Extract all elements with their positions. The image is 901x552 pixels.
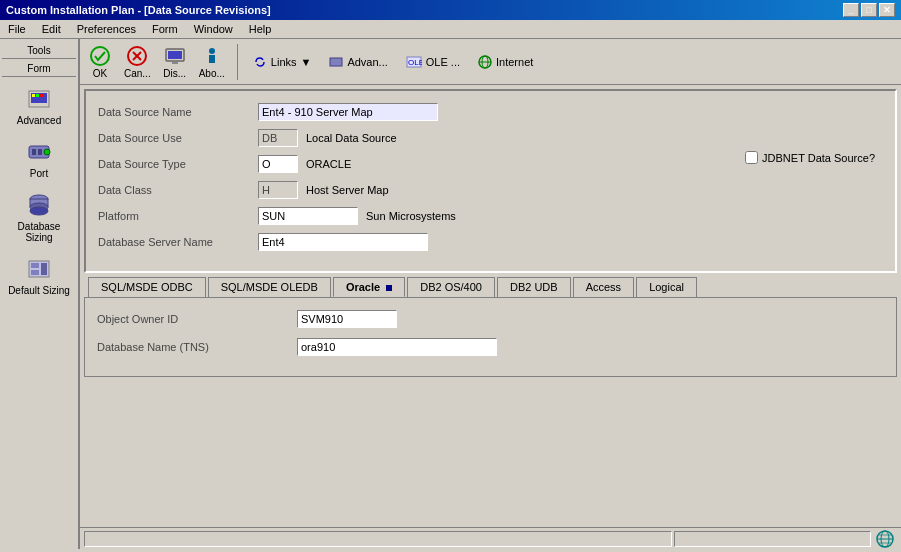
close-button[interactable]: ✕ bbox=[879, 3, 895, 17]
database-server-name-label: Database Server Name bbox=[98, 236, 258, 248]
sidebar-item-port[interactable]: Port bbox=[2, 132, 76, 185]
sidebar-form-label: Form bbox=[2, 61, 76, 77]
status-middle bbox=[674, 531, 871, 547]
svg-rect-17 bbox=[41, 263, 47, 275]
platform-text: Sun Microsystems bbox=[366, 210, 456, 222]
minimize-button[interactable]: _ bbox=[843, 3, 859, 17]
tab-sql-msde-odbc[interactable]: SQL/MSDE ODBC bbox=[88, 277, 206, 297]
links-button[interactable]: Links ▼ bbox=[246, 52, 319, 72]
database-name-tns-input[interactable] bbox=[297, 338, 497, 356]
sidebar-port-label: Port bbox=[30, 168, 48, 179]
data-source-type-row: Data Source Type ORACLE JDBNET Data Sour… bbox=[98, 155, 883, 173]
data-source-name-value-container bbox=[258, 103, 438, 121]
data-class-row: Data Class Host Server Map bbox=[98, 181, 883, 199]
about-button[interactable]: Abo... bbox=[195, 43, 229, 81]
sidebar-item-advanced[interactable]: Advanced bbox=[2, 79, 76, 132]
menu-window[interactable]: Window bbox=[190, 22, 237, 36]
data-class-text: Host Server Map bbox=[306, 184, 389, 196]
data-source-name-row: Data Source Name bbox=[98, 103, 883, 121]
menu-preferences[interactable]: Preferences bbox=[73, 22, 140, 36]
data-source-use-label: Data Source Use bbox=[98, 132, 258, 144]
tab-db2-os400[interactable]: DB2 OS/400 bbox=[407, 277, 495, 297]
svg-rect-27 bbox=[330, 58, 342, 66]
menu-edit[interactable]: Edit bbox=[38, 22, 65, 36]
svg-rect-24 bbox=[172, 62, 178, 64]
tab-sql-msde-oledb[interactable]: SQL/MSDE OLEDB bbox=[208, 277, 331, 297]
internet-button[interactable]: Internet bbox=[471, 52, 540, 72]
data-source-type-value-container: ORACLE bbox=[258, 155, 351, 173]
object-owner-id-input[interactable] bbox=[297, 310, 397, 328]
database-server-name-input[interactable] bbox=[258, 233, 428, 251]
status-globe bbox=[873, 529, 897, 549]
sidebar-tools-label: Tools bbox=[2, 43, 76, 59]
sidebar-item-database-sizing[interactable]: Database Sizing bbox=[2, 185, 76, 249]
content-area: OK Can... bbox=[80, 39, 901, 549]
data-class-value-container: Host Server Map bbox=[258, 181, 389, 199]
form-area: Data Source Name Data Source Use Local D… bbox=[80, 85, 901, 527]
database-name-tns-value-container bbox=[297, 338, 497, 356]
svg-rect-4 bbox=[40, 94, 43, 97]
data-source-type-label: Data Source Type bbox=[98, 158, 258, 170]
svg-rect-26 bbox=[209, 55, 215, 63]
data-source-use-row: Data Source Use Local Data Source bbox=[98, 129, 883, 147]
menu-help[interactable]: Help bbox=[245, 22, 276, 36]
cancel-icon bbox=[126, 45, 148, 67]
main-panel: Data Source Name Data Source Use Local D… bbox=[84, 89, 897, 273]
advanced-toolbar-button[interactable]: Advan... bbox=[322, 52, 394, 72]
ok-icon bbox=[89, 45, 111, 67]
svg-text:OLE: OLE bbox=[408, 58, 422, 67]
sidebar-item-default-sizing[interactable]: Default Sizing bbox=[2, 249, 76, 302]
tab-db2-udb[interactable]: DB2 UDB bbox=[497, 277, 571, 297]
data-source-name-label: Data Source Name bbox=[98, 106, 258, 118]
links-dropdown-arrow[interactable]: ▼ bbox=[301, 56, 312, 68]
platform-value-container: Sun Microsystems bbox=[258, 207, 456, 225]
sidebar-default-sizing-label: Default Sizing bbox=[8, 285, 70, 296]
sidebar-database-sizing-label: Database Sizing bbox=[4, 221, 74, 243]
tab-access[interactable]: Access bbox=[573, 277, 634, 297]
data-source-use-code-input[interactable] bbox=[258, 129, 298, 147]
svg-rect-3 bbox=[36, 94, 39, 97]
tab-oracle-indicator bbox=[386, 285, 392, 291]
about-icon bbox=[201, 45, 223, 67]
platform-input[interactable] bbox=[258, 207, 358, 225]
jdbnet-checkbox[interactable] bbox=[745, 151, 758, 164]
svg-point-18 bbox=[91, 47, 109, 65]
advanced-toolbar-icon bbox=[329, 55, 343, 69]
menu-bar: File Edit Preferences Form Window Help bbox=[0, 20, 901, 39]
menu-form[interactable]: Form bbox=[148, 22, 182, 36]
svg-rect-7 bbox=[38, 149, 42, 155]
database-sizing-icon bbox=[25, 191, 53, 219]
ok-button[interactable]: OK bbox=[84, 43, 116, 81]
object-owner-id-value-container bbox=[297, 310, 397, 328]
ole-button[interactable]: OLE OLE ... bbox=[399, 52, 467, 72]
svg-point-25 bbox=[209, 48, 215, 54]
links-icon bbox=[253, 55, 267, 69]
object-owner-id-row: Object Owner ID bbox=[97, 310, 884, 328]
window-title: Custom Installation Plan - [Data Source … bbox=[6, 4, 271, 16]
display-icon bbox=[164, 45, 186, 67]
advanced-icon bbox=[25, 85, 53, 113]
svg-rect-16 bbox=[31, 270, 39, 275]
display-button[interactable]: Dis... bbox=[159, 43, 191, 81]
ole-icon: OLE bbox=[406, 55, 422, 69]
tab-logical[interactable]: Logical bbox=[636, 277, 697, 297]
data-source-name-input[interactable] bbox=[258, 103, 438, 121]
data-class-code-input[interactable] bbox=[258, 181, 298, 199]
data-source-use-text: Local Data Source bbox=[306, 132, 397, 144]
data-source-type-code-input[interactable] bbox=[258, 155, 298, 173]
platform-row: Platform Sun Microsystems bbox=[98, 207, 883, 225]
tab-content-oracle: Object Owner ID Database Name (TNS) bbox=[84, 297, 897, 377]
sidebar: Tools Form Advanced bbox=[0, 39, 80, 549]
jdbnet-label: JDBNET Data Source? bbox=[762, 152, 875, 164]
maximize-button[interactable]: □ bbox=[861, 3, 877, 17]
database-name-tns-row: Database Name (TNS) bbox=[97, 338, 884, 356]
svg-point-13 bbox=[30, 207, 48, 215]
jdbnet-container: JDBNET Data Source? bbox=[745, 151, 875, 164]
data-class-label: Data Class bbox=[98, 184, 258, 196]
cancel-button[interactable]: Can... bbox=[120, 43, 155, 81]
menu-file[interactable]: File bbox=[4, 22, 30, 36]
tab-oracle[interactable]: Oracle bbox=[333, 277, 405, 297]
svg-rect-23 bbox=[168, 51, 182, 59]
platform-label: Platform bbox=[98, 210, 258, 222]
window-controls[interactable]: _ □ ✕ bbox=[843, 3, 895, 17]
